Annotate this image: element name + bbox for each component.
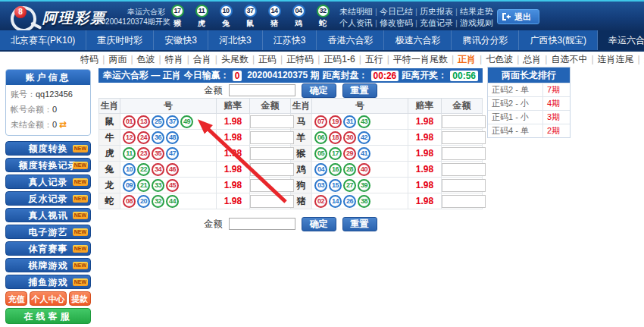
game-tab-1[interactable]: 北京赛车(PK10)	[0, 30, 86, 50]
confirm-button[interactable]: 确定	[302, 217, 336, 231]
bet-type-13[interactable]: 七色波	[483, 53, 516, 66]
game-tab-9[interactable]: 广西快3(靓宝)	[519, 30, 598, 50]
bet-type-4[interactable]: 特肖	[162, 53, 186, 66]
sidebar-button-7[interactable]: 体育赛事NEW	[5, 241, 91, 256]
reset-button[interactable]: 重置	[342, 83, 377, 98]
header-link[interactable]: 结果走势	[460, 7, 493, 16]
table-row: 牛122436481.98羊061830421.98	[99, 130, 483, 146]
zodiac-label: 猪	[270, 18, 278, 29]
amount-input[interactable]	[229, 84, 295, 96]
bet-type-3[interactable]: 色波	[134, 53, 158, 66]
online-service-button[interactable]: 在线客服	[5, 308, 91, 324]
amount-cell	[250, 193, 291, 209]
odds-cell: 1.98	[408, 114, 442, 130]
lottery-ball: 41	[358, 147, 370, 160]
bet-amount-input[interactable]	[442, 195, 486, 208]
game-tab-8[interactable]: 腾讯分分彩	[452, 30, 519, 50]
bet-amount-input[interactable]	[250, 195, 294, 208]
today-result-value: 0	[233, 71, 242, 81]
bet-amount-input[interactable]	[442, 179, 486, 192]
game-tab-5[interactable]: 江苏快3	[263, 30, 317, 50]
odds-cell: 1.98	[408, 130, 442, 146]
bet-type-10[interactable]: 五行	[362, 53, 386, 66]
sidebar-button-5[interactable]: 真人视讯NEW	[5, 208, 91, 222]
bet-type-1[interactable]: 特码	[77, 53, 102, 66]
game-tab-3[interactable]: 安徽快3	[154, 30, 208, 50]
header-link[interactable]: 游戏规则	[460, 18, 493, 27]
bet-amount-input[interactable]	[442, 131, 486, 144]
bet-type-14[interactable]: 总肖	[520, 53, 544, 66]
reset-button[interactable]: 重置	[342, 217, 377, 231]
game-tab-2[interactable]: 重庆时时彩	[86, 30, 154, 50]
numbers-cell: 05172941	[312, 146, 408, 162]
bet-type-15[interactable]: 自选不中	[548, 53, 590, 66]
lottery-ball: 14	[329, 195, 342, 208]
bet-type-8[interactable]: 正特码	[283, 53, 317, 66]
lottery-ball: 07	[314, 115, 327, 128]
quick-button-2[interactable]: 个人中心	[30, 291, 66, 306]
refresh-icon[interactable]: ⇄	[59, 119, 67, 130]
header-link[interactable]: 今日已结	[380, 7, 413, 16]
game-tab-10[interactable]: 幸运六合彩 ▼	[598, 30, 644, 50]
bet-amount-input[interactable]	[442, 163, 486, 176]
odds-cell: 1.98	[217, 130, 250, 146]
column-header: 赔率	[408, 99, 442, 114]
bet-type-7[interactable]: 正码	[255, 53, 280, 66]
header-link[interactable]: 未结明细	[339, 7, 373, 16]
bet-type-11[interactable]: 平特一肖尾数	[390, 53, 451, 66]
logout-button[interactable]: 退出	[497, 9, 539, 24]
quick-button-1[interactable]: 充值	[5, 291, 27, 306]
bet-type-17[interactable]: 连码	[641, 53, 644, 66]
bet-type-16[interactable]: 连肖连尾	[595, 53, 637, 66]
sidebar-button-1[interactable]: 额度转换NEW	[5, 141, 91, 156]
header-link[interactable]: 充值记录	[420, 18, 453, 27]
lottery-ball: 01	[123, 115, 136, 128]
separator: |	[413, 18, 420, 27]
sidebar-button-4[interactable]: 反水记录NEW	[5, 191, 91, 206]
header-link[interactable]: 个人资讯	[339, 18, 373, 27]
result-ball: 14猪	[267, 5, 282, 29]
lottery-ball: 17	[329, 147, 342, 160]
bet-amount-input[interactable]	[442, 147, 486, 160]
lottery-ball: 21	[137, 179, 150, 192]
sidebar-buttons: 额度转换NEW额度转换记录NEW真人记录NEW反水记录NEW真人视讯NEW电子游…	[5, 141, 91, 289]
sidebar-button-3[interactable]: 真人记录NEW	[5, 175, 91, 189]
game-tab-4[interactable]: 河北快3	[208, 30, 263, 50]
bet-type-2[interactable]: 两面	[105, 53, 130, 66]
game-nav: 北京赛车(PK10)重庆时时彩安徽快3河北快3江苏快3香港六合彩极速六合彩腾讯分…	[0, 30, 644, 52]
sidebar-button-2[interactable]: 额度转换记录NEW	[5, 158, 91, 172]
result-ball: 17猴	[170, 5, 185, 29]
bet-amount-input[interactable]	[442, 115, 486, 128]
main-panel: 幸运六合彩 — 正肖 今日输赢： 0 202004120375 期 距离封盘： …	[98, 68, 483, 231]
bet-table-body: 鼠01132537491.98马071931431.98牛122436481.9…	[99, 114, 483, 209]
lottery-ball: 47	[166, 147, 179, 160]
odds-cell: 1.98	[217, 193, 250, 209]
game-tab-7[interactable]: 极速六合彩	[384, 30, 452, 50]
header-link[interactable]: 历史报表	[420, 7, 453, 16]
bet-type-5[interactable]: 合肖	[190, 53, 214, 66]
confirm-button[interactable]: 确定	[302, 83, 336, 98]
bet-type-12[interactable]: 正肖	[455, 53, 479, 66]
new-badge: NEW	[73, 178, 88, 186]
bet-type-9[interactable]: 正码1-6	[320, 53, 358, 66]
sidebar-button-9[interactable]: 捕鱼游戏NEW	[5, 275, 91, 289]
header-link[interactable]: 修改密码	[380, 18, 413, 27]
bet-amount-input[interactable]	[250, 131, 294, 144]
amount-label: 金额	[205, 84, 223, 97]
account-row: 帐号余额：0	[6, 102, 90, 117]
game-tab-6[interactable]: 香港六合彩	[317, 30, 384, 50]
amount-input[interactable]	[229, 218, 295, 230]
lottery-ball: 08	[123, 195, 136, 208]
result-ball: 37鼠	[242, 5, 258, 29]
zodiac-cell: 兔	[99, 162, 120, 178]
sidebar-button-6[interactable]: 电子游艺NEW	[5, 225, 91, 239]
numbers-cell: 12243648	[120, 130, 217, 146]
quick-button-3[interactable]: 提款	[69, 291, 91, 306]
bet-amount-input[interactable]	[250, 147, 294, 160]
sidebar-button-8[interactable]: 棋牌游戏NEW	[5, 258, 91, 272]
bet-amount-input[interactable]	[250, 163, 294, 176]
bet-amount-input[interactable]	[250, 179, 294, 192]
bet-amount-input[interactable]	[250, 115, 294, 128]
lottery-ball: 39	[358, 179, 370, 192]
bet-type-6[interactable]: 头尾数	[218, 53, 252, 66]
